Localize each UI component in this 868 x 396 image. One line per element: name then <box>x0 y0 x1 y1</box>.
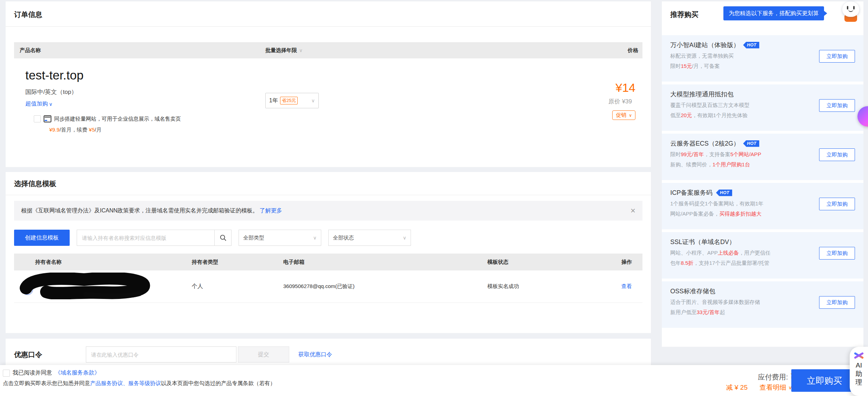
recommend-bubble: 为您精选以下服务，搭配购买更划算 <box>723 6 824 20</box>
text-segment: 新购、续费同价， <box>670 161 712 167</box>
col-template-status: 模板状态 <box>487 259 593 266</box>
text-segment: 网站/APP备案必备， <box>670 211 719 217</box>
template-select-card: 选择信息模板 根据《互联网域名管理办法》及ICANN政策要求，注册域名需使用实名… <box>6 172 651 333</box>
add-to-cart-button[interactable]: 立即加购 <box>819 148 855 161</box>
agree-terms-checkbox[interactable] <box>3 370 10 377</box>
recommend-item-line2: 低至20元，有效期1个月抢先体验 <box>670 112 819 119</box>
text-segment: 网站、小程序、APP <box>670 250 718 256</box>
recommend-item: SSL证书（单域名DV） HOT 网站、小程序、APP上线必备，用户更信任 包年… <box>662 232 863 279</box>
type-filter-select[interactable]: 全部类型 ∨ <box>239 230 321 246</box>
text-segment: 起 <box>720 309 725 315</box>
text-segment: 以及本页面中您勾选过的产品专属条款（若有） <box>161 380 276 386</box>
template-select-title: 选择信息模板 <box>14 172 642 189</box>
text-segment: 覆盖千问模型及百炼三方文本模型 <box>670 102 749 108</box>
text-segment: 99元/首年 <box>681 151 704 157</box>
col-action: 操作 <box>593 259 642 266</box>
text-segment: ，用户更信任 <box>739 250 771 256</box>
purchase-terms-note: 点击立即购买即表示您已知悉并同意产品服务协议、服务等级协议以及本页面中您勾选过的… <box>3 380 275 387</box>
recommend-item-line1: 网站、小程序、APP上线必备，用户更信任 <box>670 250 819 256</box>
email-cell: 3609506278@qq.com(已验证) <box>283 283 487 290</box>
original-price: 原价 ¥39 <box>533 97 635 106</box>
year-select[interactable]: 1年 省25元 ∨ <box>265 93 319 108</box>
site-build-price: ¥9.9/首月，续费 ¥5/月 <box>49 127 265 133</box>
recommend-item: OSS标准存储包 HOT 适合于图片、音视频等多媒体数据存储 新用户低至33元/… <box>662 281 863 328</box>
template-search-input[interactable] <box>77 230 214 245</box>
hot-badge: HOT <box>716 190 732 196</box>
col-email: 电子邮箱 <box>283 259 487 266</box>
search-icon[interactable] <box>214 230 231 245</box>
order-info-card: 订单信息 产品名称 批量选择年限∨ 价格 test-ter.top 国际中/英文… <box>6 1 651 167</box>
service-level-agreement-link[interactable]: 服务等级协议 <box>128 380 161 386</box>
status-filter-select[interactable]: 全部状态 ∨ <box>328 230 411 246</box>
text-segment: 上线必备 <box>718 250 739 256</box>
add-to-cart-button[interactable]: 立即加购 <box>819 198 855 210</box>
ai-label-line: AI <box>856 361 862 370</box>
divider <box>6 195 651 195</box>
promo-tag[interactable]: 促销∨ <box>612 110 635 120</box>
discount-amount: 减 ¥ 25 <box>726 383 747 392</box>
recommend-sidebar: 推荐购买 为您精选以下服务，搭配购买更划算 万小智AI建站（体验版） HOT 标… <box>662 1 863 347</box>
value-addon-link[interactable]: 超值加购∨ <box>25 100 52 108</box>
product-service-agreement-link[interactable]: 产品服务协议 <box>90 380 123 386</box>
text-segment: 点击立即购买即表示您已知悉并同意 <box>3 380 90 386</box>
recommend-item-title: 云服务器ECS（2核2G） <box>670 139 740 148</box>
order-info-title: 订单信息 <box>14 1 642 19</box>
text-segment: ，支持17个云产品批量部署/托管 <box>693 260 769 266</box>
col-product-name: 产品名称 <box>20 47 265 54</box>
recommend-item-line1: 限时99元/首年，支持备案5个网站/APP <box>670 151 819 158</box>
text-segment: 20元 <box>681 112 692 118</box>
text-segment: /月，可备案 <box>692 63 720 69</box>
chevron-down-icon: ∨ <box>311 98 315 103</box>
batch-year-select-header[interactable]: 批量选择年限∨ <box>265 47 533 54</box>
order-table-header: 产品名称 批量选择年限∨ 价格 <box>14 42 642 58</box>
col-price: 价格 <box>533 47 638 54</box>
main-column: 订单信息 产品名称 批量选择年限∨ 价格 test-ter.top 国际中/英文… <box>6 1 651 372</box>
recommend-item: 万小智AI建站（体验版） HOT 标配云资源，无需单独购买 限时15元/月，可备… <box>662 35 863 82</box>
create-template-button[interactable]: 创建信息模板 <box>14 230 70 246</box>
batch-year-label: 批量选择年限 <box>265 47 297 53</box>
hot-badge: HOT <box>743 42 759 49</box>
text-segment: 1个服务码提交1个备案网站，有效期1年 <box>670 200 764 206</box>
add-to-cart-button[interactable]: 立即加购 <box>819 50 855 63</box>
ai-assistant-widget[interactable]: AI 助 理 <box>850 347 868 396</box>
promo-label: 促销 <box>616 112 626 119</box>
get-coupon-link[interactable]: 获取优惠口令 <box>298 351 332 358</box>
domain-terms-link[interactable]: 《域名服务条款》 <box>55 369 100 377</box>
text-segment: 1个用户限购1台 <box>712 161 750 167</box>
view-template-link[interactable]: 查看 <box>621 283 632 289</box>
ai-label-line: 助 <box>856 370 862 378</box>
redacted-holder-name <box>15 273 191 299</box>
chevron-down-icon: ∨ <box>629 113 632 118</box>
text-segment: 限时 <box>670 63 681 69</box>
recommend-item-line1: 1个服务码提交1个备案网站，有效期1年 <box>670 200 819 207</box>
template-table-row: 个人 3609506278@qq.com(已验证) 模板实名成功 查看 <box>14 270 642 303</box>
text-segment: 买得越多折扣越大 <box>719 211 761 217</box>
text-segment: 新用户低至 <box>670 309 697 315</box>
status-cell: 模板实名成功 <box>487 283 593 290</box>
text-segment: 15元 <box>681 63 692 69</box>
coupon-input[interactable] <box>86 346 236 363</box>
text-segment: 5个网站/APP <box>730 151 761 157</box>
ai-label-line: 理 <box>856 378 862 387</box>
coupon-submit-button[interactable]: 提交 <box>238 346 289 363</box>
site-build-label: 同步搭建轻量网站，可用于企业信息展示，域名售卖页 <box>54 116 181 122</box>
close-icon[interactable]: × <box>631 206 635 215</box>
view-detail-link[interactable]: 查看明细∨ <box>760 383 792 392</box>
col-holder-name: 持有者名称 <box>14 259 192 266</box>
text-segment: ，支持备案 <box>704 151 730 157</box>
add-to-cart-button[interactable]: 立即加购 <box>819 99 855 112</box>
divider <box>6 26 651 27</box>
add-to-cart-button[interactable]: 立即加购 <box>819 247 855 260</box>
recommend-item-line2: 新购、续费同价，1个用户限购1台 <box>670 161 819 168</box>
site-build-checkbox[interactable] <box>34 115 41 122</box>
text-segment: 适合于图片、音视频等多媒体数据存储 <box>670 299 760 305</box>
value-addon-label: 超值加购 <box>25 100 48 108</box>
recommend-item-line2: 网站/APP备案必备，买得越多折扣越大 <box>670 211 819 217</box>
mascot-icon <box>841 1 861 24</box>
add-to-cart-button[interactable]: 立即加购 <box>819 296 855 309</box>
recommend-title: 推荐购买 <box>670 10 698 19</box>
text-segment: 包年 <box>670 260 681 266</box>
chevron-down-icon: ∨ <box>299 47 303 53</box>
buy-now-button[interactable]: 立即购买 <box>791 369 857 392</box>
learn-more-link[interactable]: 了解更多 <box>260 207 282 215</box>
